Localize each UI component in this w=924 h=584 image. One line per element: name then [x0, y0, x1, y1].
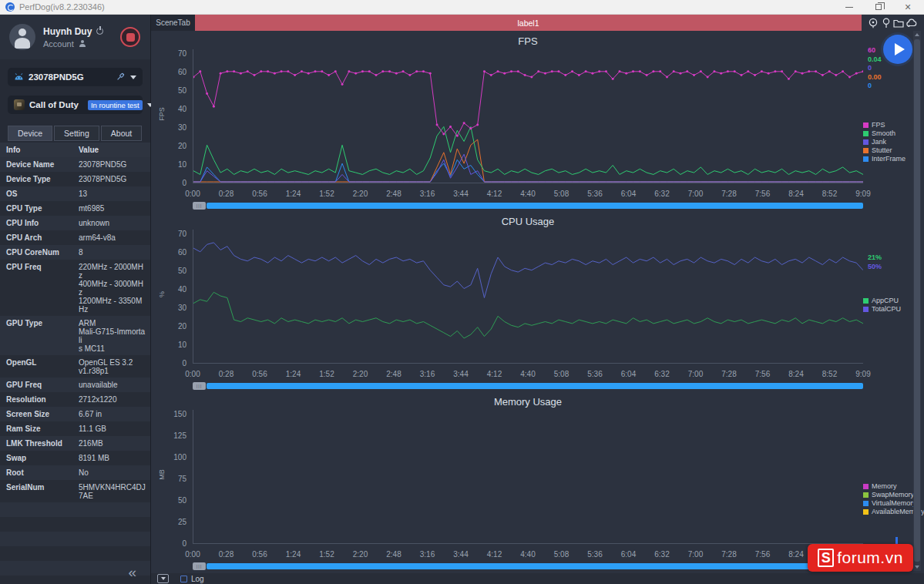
data-point	[436, 124, 438, 126]
close-button[interactable]: ×	[903, 2, 912, 12]
y-axis-ticks: 706050403020100	[151, 31, 188, 211]
data-point	[422, 70, 425, 72]
value-cell: 5HMVKN4HRC4DJ7AE	[79, 480, 150, 502]
avatar[interactable]	[9, 24, 35, 50]
scene-label-bar[interactable]: label1	[195, 15, 862, 31]
cpu-plot[interactable]	[193, 230, 863, 364]
data-point	[646, 74, 648, 76]
device-name: 23078PND5G	[29, 72, 84, 82]
data-point	[321, 70, 323, 72]
chart-scrollbar[interactable]: |||	[193, 562, 863, 570]
expand-panel-button[interactable]	[157, 574, 169, 583]
tab-setting[interactable]: Setting	[54, 126, 99, 141]
data-point	[328, 74, 330, 76]
y-axis-ticks: 706050403020100	[151, 211, 188, 391]
x-tick-label: 2:20	[353, 550, 368, 559]
data-point	[761, 70, 763, 72]
legend-item[interactable]: Jank	[863, 139, 906, 146]
cloud-icon[interactable]	[906, 17, 919, 29]
scrollbar-handle[interactable]: |||	[193, 562, 206, 570]
legend-item[interactable]: Stutter	[863, 147, 906, 154]
chart-scrollbar[interactable]: |||	[193, 382, 863, 390]
power-icon[interactable]	[96, 28, 103, 35]
x-tick-label: 7:56	[755, 550, 770, 559]
info-cell: CPU Info	[0, 216, 79, 230]
status-badge: In rountine test	[88, 100, 143, 110]
x-tick-label: 6:04	[621, 370, 636, 378]
info-cell: Ram Size	[0, 421, 79, 436]
table-row: SerialNum5HMVKN4HRC4DJ7AE	[0, 480, 150, 502]
legend-label: Jank	[872, 139, 886, 146]
location-icon[interactable]	[867, 17, 879, 29]
chart-scrollbar[interactable]: |||	[193, 202, 863, 210]
data-point	[368, 70, 371, 72]
account-label[interactable]: Account	[43, 39, 74, 49]
y-tick-label: 50	[151, 496, 186, 505]
data-point	[247, 70, 249, 72]
device-selector[interactable]: 23078PND5G	[8, 68, 143, 86]
x-tick-label: 6:32	[654, 190, 669, 198]
scroll-down-icon[interactable]	[915, 566, 919, 569]
x-tick-label: 3:16	[420, 190, 435, 198]
info-cell: CPU Type	[0, 201, 79, 216]
series-totalcpu	[193, 243, 863, 298]
data-point	[240, 72, 242, 75]
legend-item[interactable]: FPS	[863, 122, 906, 129]
vertical-scrollbar[interactable]	[913, 31, 921, 571]
series-stutter	[193, 139, 863, 182]
legend-item[interactable]: InterFrame	[863, 156, 906, 163]
scene-label: label1	[517, 18, 539, 28]
data-point	[720, 72, 722, 75]
data-point	[848, 76, 851, 79]
legend-item[interactable]: AppCPU	[863, 297, 901, 304]
x-tick-label: 3:16	[420, 550, 435, 559]
data-point	[301, 70, 303, 72]
value-cell: unknown	[79, 216, 150, 230]
value-cell: 11.1 GB	[79, 421, 150, 436]
data-point	[605, 70, 607, 72]
fps-plot[interactable]	[193, 49, 863, 183]
scrollbar-handle[interactable]: |||	[193, 382, 206, 390]
x-tick-label: 2:20	[353, 370, 368, 378]
user-section: Huynh Duy Account	[0, 15, 150, 59]
data-point	[564, 74, 566, 76]
log-toggle[interactable]: Log	[180, 575, 204, 583]
log-checkbox[interactable]	[180, 576, 187, 582]
maximize-button[interactable]	[874, 2, 883, 12]
vertical-scrollbar-thumb[interactable]	[914, 39, 920, 562]
scroll-up-icon[interactable]	[915, 33, 919, 36]
y-tick-label: 70	[151, 230, 186, 238]
value-cell	[79, 576, 150, 584]
pin-icon[interactable]	[880, 17, 892, 29]
x-tick-label: 7:28	[721, 370, 736, 378]
scrollbar-handle[interactable]: |||	[193, 202, 206, 210]
tab-device[interactable]: Device	[8, 126, 52, 141]
data-point	[808, 70, 810, 72]
series-appcpu	[193, 292, 863, 338]
minimize-button[interactable]	[845, 2, 854, 12]
y-tick-label: 0	[151, 359, 186, 368]
legend-item[interactable]: TotalCPU	[863, 306, 901, 313]
cpu-legend: AppCPUTotalCPU	[863, 297, 901, 314]
folder-icon[interactable]	[892, 17, 905, 29]
legend-item[interactable]: Smooth	[863, 130, 906, 137]
x-tick-label: 6:32	[654, 550, 669, 559]
value-cell: 216MB	[79, 436, 150, 451]
data-point	[456, 135, 459, 137]
x-tick-label: 0:28	[219, 190, 234, 198]
x-tick-label: 4:40	[520, 370, 535, 378]
data-point	[314, 70, 317, 72]
app-selector[interactable]: Call of Duty In rountine test	[8, 96, 143, 114]
x-tick-label: 3:44	[453, 370, 468, 378]
memory-plot[interactable]	[193, 410, 863, 544]
record-stop-button[interactable]	[120, 27, 140, 47]
collapse-sidebar-button[interactable]: «	[128, 566, 136, 579]
x-tick-label: 1:24	[286, 190, 301, 198]
play-button[interactable]	[883, 35, 912, 64]
value-cell	[79, 561, 150, 576]
table-row: Resolution2712x1220	[0, 392, 150, 407]
scene-tab[interactable]: SceneTab	[151, 15, 195, 31]
y-tick-label: 150	[151, 410, 186, 418]
value-cell	[79, 502, 150, 517]
tab-about[interactable]: About	[101, 126, 142, 141]
